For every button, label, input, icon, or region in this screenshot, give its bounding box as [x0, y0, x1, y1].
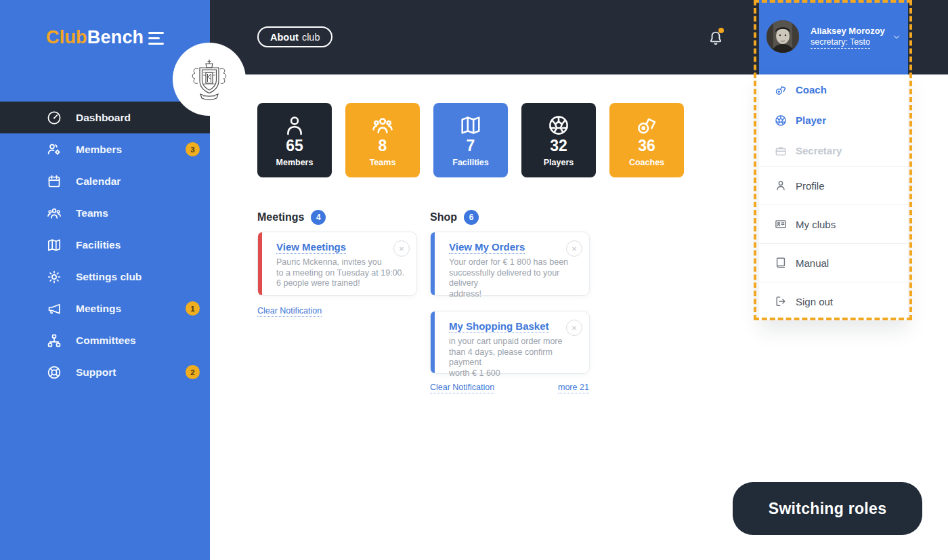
- stat-value: 7: [433, 138, 508, 154]
- menu-item-label: Coach: [796, 84, 827, 95]
- whistle-icon: [634, 113, 659, 137]
- notification-text: in your cart unpaid order more than 4 da…: [449, 337, 580, 379]
- hamburger-menu-icon[interactable]: [148, 32, 165, 45]
- sidebar-item-facilities[interactable]: Facilities: [0, 229, 210, 261]
- stat-card-teams[interactable]: 8 Teams: [345, 103, 420, 177]
- stat-card-members[interactable]: 65 Members: [257, 103, 332, 177]
- calendar-icon: [46, 173, 62, 190]
- book-icon: [774, 256, 788, 270]
- stat-label: Teams: [345, 158, 420, 167]
- menu-item-player[interactable]: Player: [759, 105, 908, 135]
- menu-item-label: Sign out: [796, 296, 833, 307]
- meetings-section-badge: 4: [311, 210, 326, 225]
- members-count-badge: 3: [186, 142, 200, 156]
- close-icon[interactable]: ✕: [566, 320, 582, 336]
- notification-text: Your order for € 1 800 has been successf…: [449, 257, 580, 299]
- menu-item-sign-out[interactable]: Sign out: [759, 282, 908, 320]
- stat-label: Players: [521, 158, 596, 167]
- clear-notification-link-shop[interactable]: Clear Notification: [430, 383, 494, 393]
- soccer-ball-icon: [774, 114, 788, 127]
- gear-icon: [46, 269, 62, 285]
- sidebar-item-label: Committees: [76, 335, 136, 347]
- sidebar-item-dashboard[interactable]: Dashboard: [0, 102, 210, 133]
- menu-item-label: My clubs: [796, 219, 836, 230]
- sidebar-item-label: Calendar: [76, 175, 121, 188]
- shop-section-badge: 6: [464, 210, 479, 225]
- notification-card-view-meetings: View Meetings ✕ Pauric Mckenna, invites …: [257, 232, 417, 296]
- menu-item-label: Player: [796, 114, 826, 126]
- close-icon[interactable]: ✕: [393, 240, 410, 257]
- section-title: Shop: [430, 211, 457, 223]
- chevron-down-icon: [890, 33, 903, 42]
- sidebar-item-label: Members: [76, 144, 122, 156]
- map-icon: [46, 237, 62, 253]
- stat-label: Facilities: [433, 158, 508, 167]
- more-notifications-link[interactable]: more 21: [558, 383, 589, 393]
- id-card-icon: [774, 217, 788, 231]
- teams-icon: [46, 205, 62, 221]
- menu-item-label: Manual: [796, 257, 829, 269]
- about-label-bold: About: [270, 32, 299, 43]
- menu-item-my-clubs[interactable]: My clubs: [759, 204, 908, 243]
- sidebar-item-label: Dashboard: [76, 112, 131, 124]
- sidebar-item-members[interactable]: Members 3: [0, 133, 210, 165]
- sidebar-item-label: Meetings: [76, 303, 121, 315]
- about-label-rest: club: [302, 32, 320, 43]
- person-icon: [774, 179, 788, 192]
- logo-part-club: Club: [46, 27, 87, 47]
- menu-item-label: Secretary: [796, 145, 842, 156]
- menu-item-secretary[interactable]: Secretary: [759, 135, 908, 166]
- meetings-section-heading: Meetings 4: [257, 210, 326, 225]
- clear-notification-link-meetings[interactable]: Clear Notification: [257, 306, 322, 317]
- briefcase-icon: [774, 144, 788, 158]
- stat-value: 65: [257, 138, 332, 154]
- shop-section-heading: Shop 6: [430, 210, 479, 225]
- stat-value: 36: [609, 138, 684, 154]
- logo-part-bench: Bench: [87, 27, 144, 47]
- close-icon[interactable]: ✕: [566, 240, 582, 257]
- app-logo: ClubBench: [46, 27, 144, 48]
- sign-out-icon: [774, 295, 788, 308]
- user-menu-trigger[interactable]: Aliaksey Morozoy secretary: Testo: [759, 0, 908, 74]
- sidebar-item-support[interactable]: Support 2: [0, 356, 210, 388]
- members-icon: [46, 142, 62, 158]
- sidebar-item-label: Support: [76, 366, 116, 379]
- stats-row: 65 Members 8 Teams 7 Facilities 32 Playe…: [257, 103, 684, 177]
- lifebuoy-icon: [46, 364, 62, 381]
- stat-value: 8: [345, 138, 420, 154]
- club-crest-logo: [173, 43, 246, 116]
- notification-text: Pauric Mckenna, invites you to a meeting…: [276, 257, 407, 289]
- menu-item-profile[interactable]: Profile: [759, 166, 908, 204]
- menu-item-manual[interactable]: Manual: [759, 243, 908, 282]
- view-my-orders-link[interactable]: View My Orders: [449, 241, 525, 254]
- my-shopping-basket-link[interactable]: My Shopping Basket: [449, 320, 549, 333]
- user-role[interactable]: secretary: Testo: [811, 37, 870, 49]
- avatar: [767, 20, 799, 53]
- switching-roles-tooltip: Switching roles: [733, 482, 922, 535]
- sidebar-item-teams[interactable]: Teams: [0, 197, 210, 229]
- stat-label: Members: [257, 158, 332, 167]
- org-chart-icon: [46, 332, 62, 349]
- notification-dot: [718, 28, 724, 33]
- map-icon: [458, 113, 483, 137]
- sidebar-item-meetings[interactable]: Meetings 1: [0, 293, 210, 324]
- stat-card-facilities[interactable]: 7 Facilities: [433, 103, 508, 177]
- sidebar-item-label: Settings club: [76, 271, 142, 283]
- gauge-icon: [46, 110, 62, 126]
- menu-item-coach[interactable]: Coach: [759, 74, 908, 105]
- group-icon: [370, 113, 395, 137]
- sidebar-item-committees[interactable]: Committees: [0, 324, 210, 356]
- role-dropdown-menu: Coach Player Secretary Profile My clubs …: [759, 74, 908, 320]
- sidebar-item-settings-club[interactable]: Settings club: [0, 261, 210, 293]
- notification-card-my-shopping-basket: My Shopping Basket ✕ in your cart unpaid…: [430, 311, 590, 374]
- stat-card-players[interactable]: 32 Players: [521, 103, 596, 177]
- about-club-button[interactable]: About club: [257, 26, 332, 47]
- stat-card-coaches[interactable]: 36 Coaches: [609, 103, 684, 177]
- megaphone-icon: [46, 301, 62, 317]
- whistle-icon: [774, 83, 788, 97]
- sidebar-item-label: Facilities: [76, 239, 121, 251]
- notification-card-view-my-orders: View My Orders ✕ Your order for € 1 800 …: [430, 232, 590, 296]
- view-meetings-link[interactable]: View Meetings: [276, 241, 346, 254]
- sidebar-item-calendar[interactable]: Calendar: [0, 165, 210, 197]
- soccer-ball-icon: [546, 113, 571, 137]
